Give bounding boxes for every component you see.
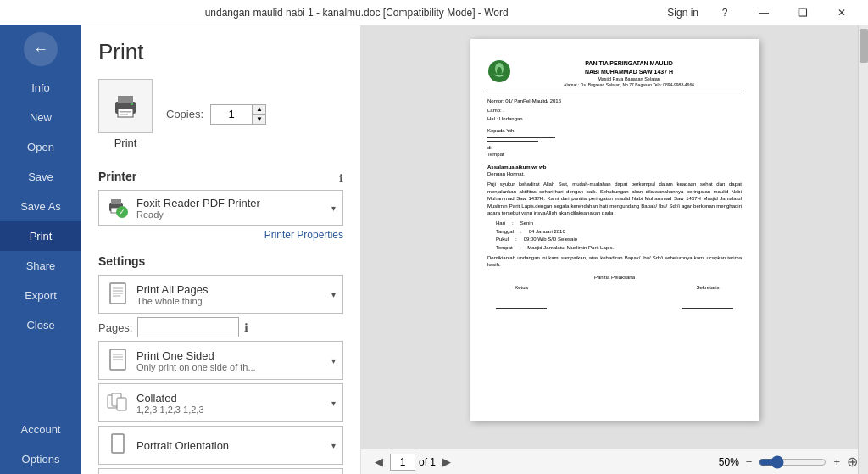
page-total: of 1 (419, 456, 436, 468)
print-all-pages-arrow: ▾ (331, 290, 336, 299)
doc-org-name: PANITIA PERINGATAN MAULID (516, 59, 742, 68)
sidebar-item-label: New (30, 111, 52, 124)
doc-header: PANITIA PERINGATAN MAULID NABI MUHAMMAD … (487, 59, 742, 92)
zoom-in-button[interactable]: + (830, 455, 843, 468)
doc-tanggal-row: Tanggal : 04 Januari 2016 (496, 228, 742, 235)
print-button-label: Print (114, 137, 137, 149)
copies-decrement[interactable]: ▼ (253, 114, 266, 125)
printer-status: Ready (136, 209, 325, 220)
copies-increment[interactable]: ▲ (253, 104, 266, 114)
doc-sekretaris-line (682, 308, 733, 309)
svg-rect-1 (118, 96, 133, 103)
next-page-button[interactable]: ▶ (439, 455, 454, 468)
doc-tempat-row: Tempat : Masjid Jamalatul Muslimin Parit… (496, 244, 742, 251)
back-button[interactable]: ← (24, 32, 58, 66)
doc-penutup: Demikianlah undangan ini kami sampaikan,… (487, 254, 742, 269)
setting-print-all-pages[interactable]: Print All Pages The whole thing ▾ (98, 275, 343, 314)
titlebar-title: undangan maulid nabi 1 - kanalmu.doc [Co… (46, 7, 667, 19)
doc-para1: Puji syukur kehadirat Allah Swt, mudah-m… (487, 181, 742, 216)
doc-sekretaris-sign: Sekretaris (674, 284, 742, 309)
pages-input[interactable] (137, 317, 239, 337)
doc-tempat-label: Tempat (496, 244, 513, 251)
doc-tempat-value: Masjid Jamalatul Muslimin Parit Lapis. (527, 244, 614, 251)
sidebar-item-new[interactable]: New (0, 103, 81, 132)
sidebar-item-close[interactable]: Close (0, 310, 81, 340)
doc-signature-row: Ketua Sekretaris (487, 284, 742, 309)
print-all-pages-text: Print All Pages The whole thing (136, 283, 331, 306)
sidebar-item-account[interactable]: Account (0, 415, 81, 444)
print-top-row: Print Copies: 1 ▲ ▼ (98, 79, 343, 149)
printer-selector[interactable]: ✓ Foxit Reader PDF Printer Ready ▾ (98, 190, 343, 226)
collated-main: Collated (136, 392, 331, 404)
sidebar-item-info[interactable]: Info (0, 73, 81, 103)
doc-hal: Hal : Undangan (487, 115, 742, 122)
doc-recipient-line2 (487, 141, 538, 142)
doc-hari-row: Hari : Senin (496, 220, 742, 226)
sidebar-item-label: Save (28, 170, 53, 183)
preview-scrollbar[interactable] (858, 25, 868, 474)
svg-rect-3 (120, 111, 131, 113)
print-panel: Print Print (81, 25, 361, 474)
doc-header-text: PANITIA PERINGATAN MAULID NABI MUHAMMAD … (516, 59, 742, 88)
prev-page-button[interactable]: ◀ (371, 455, 387, 468)
zoom-out-button[interactable]: − (743, 455, 756, 468)
printer-dropdown-arrow[interactable]: ▾ (331, 204, 336, 213)
content-area: Print Print (81, 25, 868, 474)
svg-rect-7 (111, 199, 121, 204)
doc-body: Nomor: 01/ PanPel-Maulid/ 2016 Lamp: . H… (487, 98, 742, 309)
maximize-button[interactable]: ❑ (783, 0, 822, 25)
sidebar-item-label: Options (22, 453, 60, 466)
scrollbar-thumb[interactable] (860, 29, 868, 63)
sidebar-item-share[interactable]: Share (0, 251, 81, 281)
svg-point-33 (497, 67, 502, 75)
close-button[interactable]: ✕ (822, 0, 861, 25)
signin-label[interactable]: Sign in (667, 7, 698, 19)
svg-rect-2 (118, 109, 133, 117)
pages-label: Pages: (98, 321, 132, 334)
setting-one-sided[interactable]: Print One Sided Only print on one side o… (98, 341, 343, 380)
portrait-icon (106, 432, 130, 459)
svg-rect-21 (112, 434, 124, 453)
doc-hari-label: Hari (496, 220, 505, 226)
svg-rect-20 (117, 398, 126, 410)
preview-scroll[interactable]: PANITIA PERINGATAN MAULID NABI MUHAMMAD … (361, 25, 868, 449)
sidebar-item-label: Export (25, 289, 57, 302)
sidebar-item-save-as[interactable]: Save As (0, 192, 81, 221)
zoom-fit-button[interactable]: ⊕ (847, 454, 858, 470)
doc-nomor-value: Nomor: 01/ PanPel-Maulid/ 2016 (487, 98, 561, 104)
minimize-button[interactable]: — (744, 0, 783, 25)
sidebar-item-label: Save As (20, 200, 61, 213)
help-button[interactable]: ? (705, 0, 744, 25)
portrait-text: Portrait Orientation (136, 439, 331, 452)
setting-portrait[interactable]: Portrait Orientation ▾ (98, 426, 343, 465)
copies-input[interactable]: 1 (210, 104, 253, 125)
sidebar-item-label: Share (26, 259, 56, 272)
one-sided-icon (106, 347, 130, 374)
sidebar-item-save[interactable]: Save (0, 162, 81, 192)
printer-section: Printer ℹ ✓ Foxit Reader PDF Printer (98, 166, 343, 241)
sidebar-item-export[interactable]: Export (0, 281, 81, 310)
doc-colon4: : (520, 244, 521, 251)
page-number-input[interactable] (390, 454, 415, 471)
sidebar-item-print[interactable]: Print (0, 221, 81, 251)
doc-colon1: : (512, 220, 514, 226)
setting-paper-size[interactable]: A4 21 cm x 29,7 cm ▾ (98, 468, 343, 474)
copies-control: 1 ▲ ▼ (210, 104, 266, 125)
doc-hari-value: Senin (520, 220, 533, 226)
sidebar-item-options[interactable]: Options (0, 444, 81, 474)
print-button-box[interactable]: Print (98, 79, 153, 149)
copies-spinner: ▲ ▼ (253, 104, 266, 125)
pages-info-icon[interactable]: ℹ (244, 321, 248, 334)
sidebar-item-open[interactable]: Open (0, 132, 81, 162)
collated-icon (106, 389, 130, 416)
document-preview: PANITIA PERINGATAN MAULID NABI MUHAMMAD … (470, 39, 759, 421)
portrait-main: Portrait Orientation (136, 439, 331, 452)
printer-properties-link[interactable]: Printer Properties (98, 229, 343, 241)
doc-pukul-value: 09:00 Wib S/D Selesaio (524, 236, 577, 243)
page-navigation: ◀ of 1 ▶ (371, 454, 454, 471)
doc-sekretaris-label: Sekretaris (674, 284, 742, 291)
zoom-slider[interactable] (759, 455, 826, 469)
doc-panitia: Panitia Pelaksana (487, 274, 742, 281)
setting-collated[interactable]: Collated 1,2,3 1,2,3 1,2,3 ▾ (98, 383, 343, 422)
sidebar-item-label: Account (21, 423, 61, 436)
